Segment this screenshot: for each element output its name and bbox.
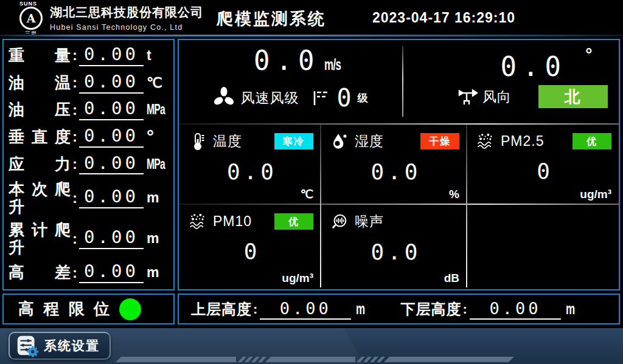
metric-unit: m [147, 232, 169, 246]
elevation-limit-label: 高程限位 [18, 298, 110, 320]
metric-label: 油压 [9, 101, 71, 118]
company-logo: SUNS A 三思 [15, 1, 47, 38]
sensor-name: 噪声 [355, 212, 384, 231]
wind-direction-badge: 北 [538, 85, 608, 108]
settings-sliders-gear-icon [16, 335, 38, 357]
metric-value: 0.00 [79, 72, 144, 94]
metric-label: 垂直度 [9, 128, 71, 146]
metric-row-height-diff: 高差: 0.00 m [9, 262, 169, 283]
metric-label: 累计爬升 [9, 221, 71, 256]
system-settings-button[interactable]: 系统设置 [9, 332, 111, 360]
sensor-value: 0 [476, 159, 614, 184]
metric-value: 0.00 [79, 99, 144, 120]
logo-cn-text: 三思 [15, 30, 47, 38]
metric-unit: t [147, 49, 169, 63]
dust-icon [189, 212, 207, 230]
sensor-status-badge: 干燥 [420, 133, 459, 149]
header-divider [0, 35, 623, 36]
footer-bar: 系统设置 [0, 328, 623, 364]
footer-stripe-segment [116, 357, 236, 362]
lower-height-unit: m [566, 300, 574, 318]
metric-label: 重量 [9, 47, 71, 64]
sensor-cell-empty [467, 205, 619, 287]
metric-unit: MPa [147, 157, 161, 171]
metric-unit: m [147, 266, 169, 280]
metric-unit: ° [147, 128, 169, 146]
sensor-cell-temperature: 温度 寒冷 0.0 ℃ [179, 125, 321, 204]
sensor-name: PM2.5 [501, 133, 544, 149]
wind-speed-unit: m/s [324, 56, 341, 74]
sensor-cell-pm10: PM10 优 0 ug/m³ [179, 205, 321, 287]
metric-row-stress: 应力: 0.00 MPa [9, 154, 169, 175]
sensor-status-badge: 优 [573, 133, 611, 149]
upper-height-label: 上层高度 [191, 300, 252, 319]
footer-stripe-slashes [240, 357, 264, 362]
metric-unit: m [147, 191, 169, 205]
company-name: 湖北三思科技股份有限公司 Hubei Sansi Technology Co.,… [50, 4, 203, 32]
metric-row-total-climb: 累计爬升: 0.00 m [9, 221, 169, 256]
system-settings-label: 系统设置 [44, 337, 100, 354]
page-title: 爬模监测系统 [217, 8, 326, 30]
colon: : [463, 301, 467, 317]
wind-vane-icon [457, 87, 478, 106]
wind-direction-label: 风向 [482, 88, 512, 106]
footer-stripe-segment [265, 357, 355, 362]
metric-value: 0.00 [79, 126, 144, 148]
metric-label: 应力 [9, 156, 71, 173]
sensor-unit: ug/m³ [580, 188, 611, 201]
metric-row-verticality: 垂直度: 0.00 ° [9, 126, 169, 148]
colon: : [72, 47, 77, 64]
sensor-cell-pm25: PM2.5 优 0 ug/m³ [467, 125, 619, 204]
colon: : [72, 128, 77, 145]
colon: : [72, 230, 77, 247]
wind-level-value: 0 [336, 84, 351, 112]
sensor-name: 湿度 [355, 132, 384, 151]
sensor-status-badge: 寒冷 [274, 133, 313, 149]
footer-stripe-slashes [359, 357, 383, 362]
sensor-cell-noise: 噪声 0.0 dB [321, 205, 467, 287]
metric-unit: MPa [147, 103, 161, 117]
header: SUNS A 三思 湖北三思科技股份有限公司 Hubei Sansi Techn… [0, 0, 623, 35]
wind-direction-unit: ° [585, 45, 592, 64]
company-name-cn: 湖北三思科技股份有限公司 [50, 4, 203, 21]
wind-speed-section: 0.0 m/s 风速风级 0 级 [179, 40, 402, 125]
sensor-name: 温度 [213, 132, 242, 151]
metric-label: 本次爬升 [9, 180, 71, 215]
logo-mark-icon: A [19, 7, 43, 30]
sensor-grid: 温度 寒冷 0.0 ℃ 湿度 干燥 0.0 % [179, 125, 619, 287]
sensor-unit: ℃ [301, 187, 313, 201]
wind-level-unit: 级 [358, 91, 368, 105]
upper-height-value: 0.00 [260, 299, 351, 320]
wind-direction-section: 0.0 ° 风向 北 [403, 40, 619, 125]
metric-row-weight: 重量: 0.00 t [9, 45, 169, 66]
sensor-value: 0.0 [330, 159, 462, 184]
elevation-limit-indicator [119, 298, 141, 320]
metric-label: 高差 [9, 264, 71, 281]
metric-value: 0.00 [79, 45, 144, 66]
metrics-panel: 重量: 0.00 t 油温: 0.00 ℃ 油压: 0.00 MPa 垂直度: … [2, 39, 175, 290]
metric-unit: ℃ [147, 76, 169, 90]
droplet-icon [330, 132, 349, 151]
sensor-value: 0 [189, 239, 316, 264]
upper-height-unit: m [356, 300, 364, 318]
colon: : [72, 190, 77, 207]
colon: : [72, 74, 77, 91]
environment-panel: 0.0 m/s 风速风级 0 级 [178, 39, 620, 290]
dust-icon [476, 132, 495, 150]
fan-icon [212, 86, 235, 109]
sensor-value: 0.0 [330, 239, 462, 264]
colon: : [72, 156, 77, 173]
datetime-display: 2023-04-17 16:29:10 [372, 10, 515, 26]
wind-direction-value: 0.0 [500, 51, 566, 82]
wind-level-label: 风速风级 [240, 89, 299, 108]
lower-height-label: 下层高度 [401, 300, 462, 319]
sensor-cell-humidity: 湿度 干燥 0.0 % [321, 125, 467, 204]
sensor-name: PM10 [213, 213, 252, 230]
noise-icon [330, 213, 349, 231]
metric-row-current-climb: 本次爬升: 0.00 m [9, 180, 169, 215]
colon: : [253, 301, 257, 317]
footer-stripe-segment [384, 357, 514, 362]
sensor-unit: dB [444, 272, 459, 285]
thermometer-icon [189, 132, 207, 151]
wind-level-icon [311, 89, 329, 107]
